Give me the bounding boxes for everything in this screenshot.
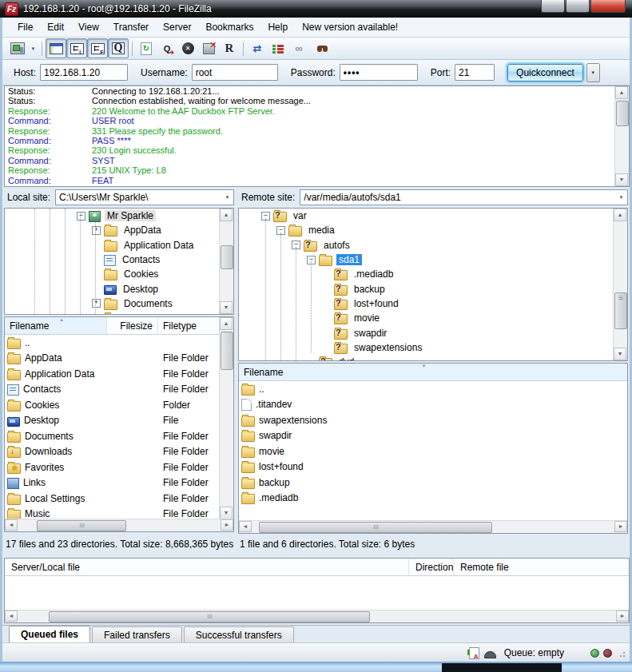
menu-item-new-version[interactable]: New version available! bbox=[295, 19, 405, 35]
column-header-filetype[interactable]: Filetype bbox=[158, 317, 220, 334]
menu-item-transfer[interactable]: Transfer bbox=[106, 19, 156, 35]
process-queue-button[interactable]: Q➜ bbox=[157, 38, 177, 58]
scroll-up-arrow[interactable] bbox=[220, 209, 233, 221]
file-row[interactable]: LinksFile Folder bbox=[5, 475, 220, 491]
tab-failed-transfers[interactable]: Failed transfers bbox=[92, 626, 182, 643]
transfer-queue[interactable]: Server/Local file Direction Remote file bbox=[4, 558, 630, 623]
remote-site-combobox[interactable]: /var/media/autofs/sda1 ▼ bbox=[300, 189, 628, 205]
title-bar[interactable]: Fz 192.168.1.20 - root@192.168.1.20 - Fi… bbox=[0, 0, 632, 18]
tree-item[interactable]: Desktop bbox=[5, 281, 233, 296]
tree-item[interactable]: ? lost+found bbox=[239, 296, 627, 311]
tree-item[interactable]: Contacts bbox=[5, 252, 233, 267]
local-tree-scrollbar[interactable] bbox=[219, 209, 233, 314]
column-header-filename[interactable]: Filename▲ bbox=[5, 317, 107, 334]
file-row[interactable]: movie bbox=[239, 443, 627, 459]
refresh-button[interactable]: ↻ bbox=[136, 38, 157, 58]
menu-item-edit[interactable]: Edit bbox=[40, 19, 71, 35]
tab-successful-transfers[interactable]: Successful transfers bbox=[184, 626, 294, 643]
cancel-operation-button[interactable]: ✕ bbox=[177, 38, 198, 58]
scrollbar-thumb[interactable] bbox=[259, 522, 492, 533]
tree-item[interactable]: ? movie bbox=[239, 311, 627, 325]
site-manager-dropdown[interactable]: ▼ bbox=[28, 39, 38, 58]
tree-item[interactable]: − media bbox=[239, 223, 627, 237]
scrollbar-thumb[interactable] bbox=[221, 245, 233, 269]
resize-grip[interactable] bbox=[617, 649, 625, 657]
quickconnect-dropdown[interactable]: ▼ bbox=[586, 63, 600, 82]
quickconnect-button[interactable]: Quickconnect bbox=[507, 64, 583, 82]
toggle-log-view-button[interactable] bbox=[46, 38, 66, 58]
tree-item[interactable]: − ? var bbox=[239, 209, 627, 223]
message-log[interactable]: Status:Connecting to 192.168.1.20:21... … bbox=[4, 85, 630, 187]
scrollbar-thumb[interactable] bbox=[37, 520, 126, 531]
file-row[interactable]: .. bbox=[5, 335, 220, 351]
username-input[interactable] bbox=[192, 64, 278, 81]
file-row[interactable]: ↓DownloadsFile Folder bbox=[5, 444, 220, 460]
file-row[interactable]: DocumentsFile Folder bbox=[5, 428, 220, 444]
tree-item[interactable]: ? dvd bbox=[239, 355, 627, 361]
toggle-local-tree-button[interactable]: L bbox=[66, 38, 87, 58]
remote-file-list[interactable]: Filename▼ .. .titandev swapextensions sw… bbox=[238, 363, 628, 534]
menu-item-file[interactable]: File bbox=[10, 19, 40, 35]
scrollbar-thumb[interactable] bbox=[614, 292, 627, 329]
file-row[interactable]: lost+found bbox=[239, 459, 627, 475]
file-row[interactable]: AppDataFile Folder bbox=[5, 351, 220, 367]
remote-list-hscrollbar[interactable] bbox=[239, 520, 627, 533]
scroll-down-arrow[interactable] bbox=[220, 507, 233, 519]
file-row[interactable]: CookiesFolder bbox=[5, 397, 220, 413]
reconnect-button[interactable]: R bbox=[219, 38, 240, 58]
file-row[interactable]: Application DataFile Folder bbox=[5, 366, 220, 382]
local-list-hscrollbar[interactable] bbox=[5, 519, 233, 531]
local-list-scrollbar[interactable] bbox=[219, 317, 233, 519]
tree-item[interactable]: + Documents bbox=[5, 296, 233, 311]
column-header-filesize[interactable]: Filesize bbox=[107, 317, 158, 334]
maximize-button[interactable] bbox=[566, 0, 590, 13]
tree-item[interactable]: + ↓ Downloads bbox=[5, 311, 233, 315]
scrollbar-thumb[interactable] bbox=[49, 611, 370, 622]
file-row[interactable]: swapextensions bbox=[239, 412, 627, 428]
column-header-direction[interactable]: Direction bbox=[409, 559, 454, 575]
tree-item[interactable]: ? .mediadb bbox=[239, 267, 627, 281]
scroll-up-arrow[interactable] bbox=[220, 317, 233, 330]
tree-item[interactable]: − ? autofs bbox=[239, 238, 627, 252]
menu-item-help[interactable]: Help bbox=[260, 19, 295, 35]
scroll-down-arrow[interactable] bbox=[615, 173, 628, 186]
scroll-up-arrow[interactable] bbox=[615, 86, 628, 99]
column-header-remote-file[interactable]: Remote file bbox=[454, 559, 629, 575]
menu-item-server[interactable]: Server bbox=[156, 19, 198, 35]
port-input[interactable] bbox=[455, 64, 495, 81]
file-row[interactable]: backup bbox=[239, 475, 627, 491]
scroll-left-arrow[interactable] bbox=[5, 610, 18, 622]
scroll-right-arrow[interactable] bbox=[614, 521, 627, 532]
remote-tree-scrollbar[interactable] bbox=[613, 209, 627, 360]
tab-queued-files[interactable]: Queued files bbox=[9, 626, 90, 643]
tree-item[interactable]: − Mr Sparkle bbox=[5, 209, 233, 223]
file-row[interactable]: Local SettingsFile Folder bbox=[5, 491, 220, 507]
scroll-down-arrow[interactable] bbox=[614, 348, 626, 360]
file-row[interactable]: ContactsFile Folder bbox=[5, 382, 220, 398]
expand-icon[interactable]: + bbox=[92, 226, 101, 235]
scroll-left-arrow[interactable] bbox=[239, 521, 252, 532]
remote-tree[interactable]: − ? var − media − ? autofs − sda1 bbox=[238, 208, 628, 361]
file-row[interactable]: .mediadb bbox=[239, 491, 627, 507]
host-input[interactable] bbox=[40, 64, 128, 81]
local-file-list[interactable]: Filename▲ Filesize Filetype .. AppDataFi… bbox=[4, 316, 234, 532]
local-tree[interactable]: − Mr Sparkle + AppData Application Data bbox=[4, 208, 234, 315]
file-row[interactable]: DesktopFile bbox=[5, 413, 220, 429]
directory-comparison-button[interactable] bbox=[268, 38, 288, 58]
log-scrollbar[interactable] bbox=[614, 86, 629, 186]
file-row[interactable]: ★FavoritesFile Folder bbox=[5, 459, 220, 475]
minimize-button[interactable] bbox=[541, 0, 565, 13]
scrollbar-thumb[interactable] bbox=[616, 101, 629, 126]
local-site-combobox[interactable]: C:\Users\Mr Sparkle\ ▼ bbox=[55, 189, 234, 205]
file-search-button[interactable] bbox=[309, 38, 330, 58]
tree-item[interactable]: Application Data bbox=[5, 238, 233, 252]
transfer-type-icon[interactable]: A bbox=[469, 647, 479, 659]
speed-limits-icon[interactable] bbox=[484, 651, 496, 658]
queue-hscrollbar[interactable] bbox=[5, 610, 629, 622]
column-header-filename[interactable]: Filename▼ bbox=[239, 364, 627, 380]
toggle-remote-tree-button[interactable]: F bbox=[87, 38, 108, 58]
tree-item[interactable]: ? backup bbox=[239, 281, 627, 296]
scroll-right-arrow[interactable] bbox=[221, 519, 233, 531]
tree-item[interactable]: + AppData bbox=[5, 223, 233, 237]
tree-item-selected[interactable]: − sda1 bbox=[239, 252, 627, 267]
